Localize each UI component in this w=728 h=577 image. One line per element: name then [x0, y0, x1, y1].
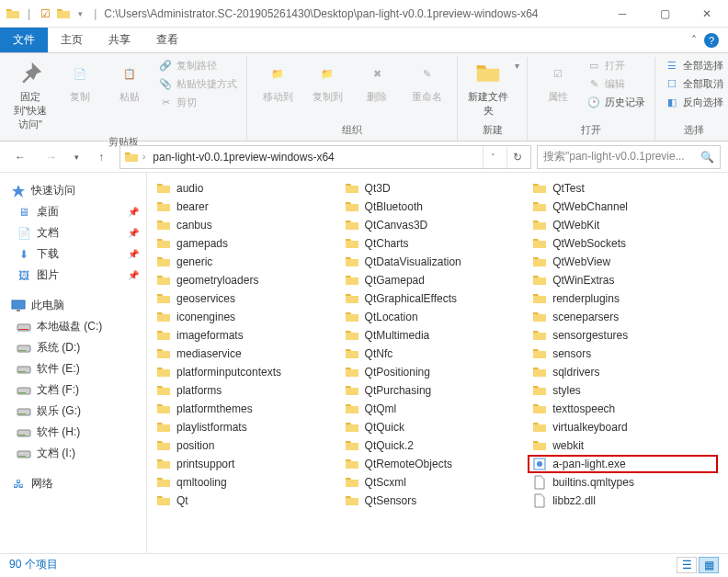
paste-button[interactable]: 📋粘贴 — [107, 57, 153, 106]
edit-button[interactable]: ✎编辑 — [585, 75, 647, 92]
new-item-dropdown[interactable]: ▾ — [515, 61, 519, 71]
properties-button[interactable]: ☑属性 — [535, 57, 581, 106]
delete-button[interactable]: ✖删除 — [354, 57, 400, 106]
sidebar-this-pc[interactable]: 此电脑 — [0, 295, 146, 316]
list-item[interactable]: QtTest — [529, 180, 717, 197]
list-item[interactable]: imageformats — [153, 327, 341, 344]
file-list[interactable]: audiobearercanbusgamepadsgenericgeometry… — [147, 173, 728, 553]
refresh-button[interactable]: ↻ — [506, 146, 527, 168]
list-item[interactable]: sqldrivers — [529, 364, 717, 380]
list-item[interactable]: platformthemes — [153, 401, 341, 417]
sidebar-documents[interactable]: 📄文档📌 — [0, 222, 146, 243]
list-item[interactable]: QtQuick.2 — [341, 437, 529, 454]
list-item[interactable]: Qt3D — [341, 180, 529, 197]
list-item[interactable]: QtWebSockets — [529, 235, 717, 252]
list-item[interactable]: QtCanvas3D — [341, 217, 529, 233]
sidebar-network[interactable]: 🖧网络 — [0, 473, 146, 494]
list-item[interactable]: geoservices — [153, 290, 341, 307]
rename-button[interactable]: ✎重命名 — [404, 57, 449, 106]
list-item[interactable]: QtMultimedia — [341, 327, 529, 344]
list-item[interactable]: QtPositioning — [341, 364, 529, 380]
list-item[interactable]: QtRemoteObjects — [341, 456, 529, 472]
address-bar[interactable]: › pan-light-v0.0.1preview-windows-x64 ˅ … — [119, 145, 531, 169]
sidebar-desktop[interactable]: 🖥桌面📌 — [0, 201, 146, 222]
sidebar-quick-access[interactable]: 快速访问 — [0, 180, 146, 201]
qat-dropdown[interactable]: ▾ — [74, 9, 86, 18]
forward-button[interactable]: → — [39, 145, 64, 169]
list-item[interactable]: QtNfc — [341, 345, 529, 362]
search-input[interactable]: 搜索"pan-light-v0.0.1previe... 🔍 — [537, 145, 721, 169]
list-item[interactable]: geometryloaders — [153, 272, 341, 288]
list-item[interactable]: builtins.qmltypes — [529, 474, 717, 491]
list-item[interactable]: sensors — [529, 345, 717, 362]
list-item[interactable]: QtCharts — [341, 235, 529, 252]
list-item[interactable]: iconengines — [153, 309, 341, 325]
list-item[interactable]: QtLocation — [341, 309, 529, 325]
tab-home[interactable]: 主页 — [48, 28, 96, 52]
search-icon[interactable]: 🔍 — [700, 151, 714, 164]
tab-file[interactable]: 文件 — [0, 28, 48, 52]
help-icon[interactable]: ? — [704, 33, 719, 48]
sidebar-drive-f[interactable]: 文档 (F:) — [0, 379, 146, 401]
tab-share[interactable]: 共享 — [96, 28, 143, 52]
list-item[interactable]: platforms — [153, 382, 341, 399]
select-none-button[interactable]: ☐全部取消 — [663, 75, 725, 92]
open-button[interactable]: ▭打开 — [585, 57, 647, 74]
new-folder-button[interactable]: 新建文件夹 — [465, 57, 511, 119]
list-item[interactable]: QtWinExtras — [529, 272, 717, 288]
back-button[interactable]: ← — [7, 145, 33, 169]
collapse-ribbon-icon[interactable]: ˄ — [691, 34, 697, 47]
sidebar-pictures[interactable]: 🖼图片📌 — [0, 265, 146, 286]
list-item[interactable]: bearer — [153, 198, 341, 215]
list-item[interactable]: Qt — [153, 492, 341, 509]
sidebar-drive-i[interactable]: 文档 (I:) — [0, 443, 146, 464]
sidebar-downloads[interactable]: ⬇下载📌 — [0, 243, 146, 265]
sidebar-drive-g[interactable]: 娱乐 (G:) — [0, 401, 146, 422]
list-item[interactable]: sceneparsers — [529, 309, 717, 325]
list-item[interactable]: styles — [529, 382, 717, 399]
minimize-button[interactable]: ─ — [601, 0, 643, 28]
list-item[interactable]: canbus — [153, 217, 341, 233]
list-item[interactable]: QtWebView — [529, 254, 717, 270]
select-all-button[interactable]: ☰全部选择 — [663, 57, 725, 74]
up-button[interactable]: ↑ — [88, 145, 114, 169]
list-item[interactable]: QtDataVisualization — [341, 254, 529, 270]
list-item[interactable]: QtGamepad — [341, 272, 529, 288]
list-item[interactable]: virtualkeyboard — [529, 419, 717, 436]
list-item[interactable]: QtBluetooth — [341, 198, 529, 215]
list-item[interactable]: mediaservice — [153, 345, 341, 362]
copy-path-button[interactable]: 🔗复制路径 — [156, 57, 239, 74]
cut-button[interactable]: ✂剪切 — [156, 94, 239, 110]
folder-icon[interactable] — [56, 6, 71, 21]
list-item[interactable]: audio — [153, 180, 341, 197]
maximize-button[interactable]: ▢ — [643, 0, 686, 28]
history-button[interactable]: 🕑历史记录 — [585, 94, 647, 110]
list-item[interactable]: renderplugins — [529, 290, 717, 307]
view-icons-button[interactable]: ▦ — [699, 557, 719, 573]
list-item[interactable]: qmltooling — [153, 474, 341, 491]
breadcrumb[interactable]: pan-light-v0.0.1preview-windows-x64 — [149, 151, 337, 164]
paste-shortcut-button[interactable]: 📎粘贴快捷方式 — [156, 75, 239, 92]
recent-dropdown[interactable]: ▾ — [70, 145, 83, 169]
list-item[interactable]: sensorgestures — [529, 327, 717, 344]
list-item[interactable]: printsupport — [153, 456, 341, 472]
copy-button[interactable]: 📄复制 — [57, 57, 103, 106]
list-item[interactable]: QtScxml — [341, 474, 529, 491]
list-item[interactable]: QtSensors — [341, 492, 529, 509]
list-item[interactable]: QtWebChannel — [529, 198, 717, 215]
list-item[interactable]: webkit — [529, 437, 717, 454]
tab-view[interactable]: 查看 — [143, 28, 191, 52]
list-item[interactable]: QtQuick — [341, 419, 529, 436]
list-item[interactable]: generic — [153, 254, 341, 270]
list-item[interactable]: libbz2.dll — [529, 492, 717, 509]
sidebar-drive-e[interactable]: 软件 (E:) — [0, 358, 146, 379]
check-icon[interactable]: ☑ — [38, 6, 52, 21]
list-item[interactable]: position — [153, 437, 341, 454]
list-item[interactable]: QtGraphicalEffects — [341, 290, 529, 307]
sidebar-drive-h[interactable]: 软件 (H:) — [0, 422, 146, 443]
list-item[interactable]: QtQml — [341, 401, 529, 417]
list-item[interactable]: platforminputcontexts — [153, 364, 341, 380]
list-item[interactable]: QtWebKit — [529, 217, 717, 233]
list-item[interactable]: QtPurchasing — [341, 382, 529, 399]
chevron-right-icon[interactable]: › — [142, 152, 145, 162]
